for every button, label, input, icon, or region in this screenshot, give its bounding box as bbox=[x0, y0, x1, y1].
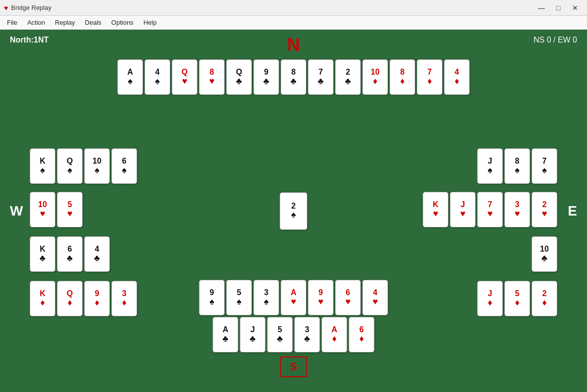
card: K♠ bbox=[30, 148, 55, 184]
card: 4♠ bbox=[145, 59, 170, 95]
south-row1: 9♠5♠3♠A♥9♥6♥4♥ bbox=[199, 280, 388, 315]
minimize-button[interactable]: — bbox=[534, 2, 549, 14]
card: 7♣ bbox=[308, 59, 334, 95]
card: 2♥ bbox=[532, 192, 557, 227]
compass-south: S bbox=[280, 356, 307, 377]
compass-north: N bbox=[287, 35, 300, 55]
card: 6♣ bbox=[57, 236, 83, 272]
south-row2: A♣J♣5♣3♣A♦6♦ bbox=[213, 317, 375, 352]
card: 8♦ bbox=[390, 59, 415, 95]
card: 8♠ bbox=[504, 148, 530, 184]
east-spades: J♠8♠7♠ bbox=[477, 148, 557, 184]
card: 2♣ bbox=[335, 59, 361, 95]
west-hearts: 10♥5♥ bbox=[30, 192, 83, 227]
menu-deals[interactable]: Deals bbox=[80, 17, 106, 28]
card: 6♥ bbox=[335, 280, 361, 315]
west-spades: K♠Q♠10♠6♠ bbox=[30, 148, 137, 184]
compass-east: E bbox=[568, 203, 577, 219]
menu-help[interactable]: Help bbox=[139, 17, 162, 28]
card: 6♠ bbox=[111, 148, 137, 184]
card: 3♠ bbox=[253, 280, 279, 315]
title-bar: ♥ Bridge Replay — □ ✕ bbox=[0, 0, 587, 16]
card: 8♣ bbox=[281, 59, 306, 95]
west-diamonds: K♦Q♦9♦3♦ bbox=[30, 281, 137, 316]
card: J♦ bbox=[477, 281, 503, 316]
menu-file[interactable]: File bbox=[2, 17, 22, 28]
card: 10♦ bbox=[362, 59, 388, 95]
window-controls: — □ ✕ bbox=[534, 2, 583, 14]
card: K♣ bbox=[30, 236, 55, 272]
menu-action[interactable]: Action bbox=[22, 17, 50, 28]
card: 2♦ bbox=[532, 281, 557, 316]
card: 9♠ bbox=[199, 280, 225, 315]
contract-label: North:1NT bbox=[10, 36, 49, 44]
card: J♣ bbox=[240, 317, 266, 352]
card: 9♥ bbox=[308, 280, 334, 315]
card: 5♠ bbox=[226, 280, 252, 315]
card: 4♥ bbox=[362, 280, 388, 315]
compass-west: W bbox=[10, 203, 23, 219]
app-title: Bridge Replay bbox=[11, 4, 534, 11]
card: 5♦ bbox=[504, 281, 530, 316]
card: 9♦ bbox=[84, 281, 110, 316]
card: J♠ bbox=[477, 148, 503, 184]
card: 5♣ bbox=[267, 317, 293, 352]
menu-bar: File Action Replay Deals Options Help bbox=[0, 16, 587, 30]
card: 4♣ bbox=[84, 236, 110, 272]
west-clubs: K♣6♣4♣ bbox=[30, 236, 110, 272]
card: 2♠ bbox=[280, 192, 307, 230]
card: J♥ bbox=[450, 192, 476, 227]
card: 3♥ bbox=[504, 192, 530, 227]
north-hand: A♠4♠Q♥8♥Q♣9♣8♣7♣2♣10♦8♦7♦4♦ bbox=[117, 59, 470, 95]
card: K♥ bbox=[423, 192, 448, 227]
card: A♣ bbox=[213, 317, 239, 352]
card: A♦ bbox=[322, 317, 347, 352]
score-label: NS 0 / EW 0 bbox=[534, 36, 577, 44]
card: 10♠ bbox=[84, 148, 110, 184]
card: 7♦ bbox=[417, 59, 442, 95]
card: K♦ bbox=[30, 281, 55, 316]
card: 8♥ bbox=[199, 59, 225, 95]
card: 10♣ bbox=[532, 236, 557, 272]
app-icon: ♥ bbox=[4, 4, 8, 12]
card: 3♦ bbox=[111, 281, 137, 316]
card: A♠ bbox=[117, 59, 143, 95]
card: 6♦ bbox=[349, 317, 375, 352]
center-card: 2♠ bbox=[280, 192, 307, 230]
game-area: North:1NT NS 0 / EW 0 N W E S A♠4♠Q♥8♥Q♣… bbox=[0, 30, 587, 392]
close-button[interactable]: ✕ bbox=[567, 2, 583, 14]
card: 9♣ bbox=[253, 59, 279, 95]
card: 7♥ bbox=[477, 192, 503, 227]
card: 3♣ bbox=[294, 317, 320, 352]
card: Q♣ bbox=[226, 59, 252, 95]
card: Q♥ bbox=[172, 59, 197, 95]
card: 5♥ bbox=[57, 192, 83, 227]
east-clubs: 10♣ bbox=[532, 236, 557, 272]
menu-replay[interactable]: Replay bbox=[50, 17, 80, 28]
maximize-button[interactable]: □ bbox=[550, 2, 566, 14]
east-hearts: K♥J♥7♥3♥2♥ bbox=[423, 192, 557, 227]
card: 7♠ bbox=[532, 148, 557, 184]
east-diamonds: J♦5♦2♦ bbox=[477, 281, 557, 316]
menu-options[interactable]: Options bbox=[106, 17, 139, 28]
card: 4♦ bbox=[444, 59, 470, 95]
card: A♥ bbox=[281, 280, 306, 315]
card: Q♠ bbox=[57, 148, 83, 184]
card: Q♦ bbox=[57, 281, 83, 316]
card: 10♥ bbox=[30, 192, 55, 227]
